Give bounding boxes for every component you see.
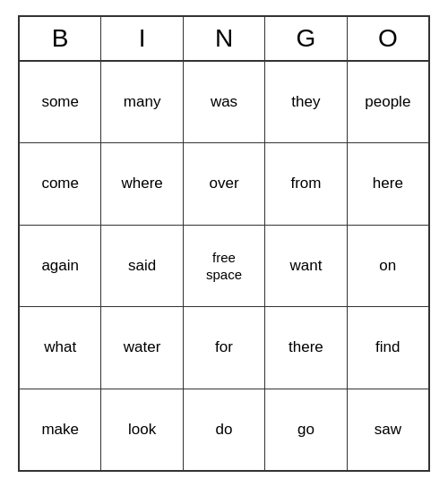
- bingo-cell: was: [184, 62, 265, 142]
- bingo-cell: saw: [348, 389, 428, 470]
- bingo-cell: find: [348, 307, 428, 388]
- bingo-cell: over: [184, 143, 265, 224]
- header-letter: I: [101, 17, 183, 60]
- bingo-cell: again: [20, 226, 101, 306]
- bingo-cell: want: [265, 226, 347, 306]
- bingo-card: BINGO somemanywastheypeoplecomewhereover…: [18, 15, 430, 472]
- bingo-cell: there: [265, 307, 347, 388]
- bingo-row: makelookdogosaw: [20, 389, 428, 470]
- bingo-cell: from: [265, 143, 347, 224]
- header-letter: N: [184, 17, 265, 60]
- bingo-cell: look: [101, 389, 183, 470]
- bingo-row: somemanywastheypeople: [20, 62, 428, 143]
- bingo-cell: do: [184, 389, 265, 470]
- bingo-cell: what: [20, 307, 101, 388]
- bingo-row: comewhereoverfromhere: [20, 143, 428, 225]
- bingo-cell: said: [101, 226, 183, 306]
- bingo-cell: water: [101, 307, 183, 388]
- bingo-body: somemanywastheypeoplecomewhereoverfromhe…: [20, 62, 428, 470]
- bingo-cell: people: [348, 62, 428, 142]
- bingo-cell: make: [20, 389, 101, 470]
- bingo-cell: where: [101, 143, 183, 224]
- bingo-cell: they: [265, 62, 347, 142]
- header-letter: O: [348, 17, 428, 60]
- bingo-header: BINGO: [20, 17, 428, 62]
- bingo-cell: freespace: [184, 226, 265, 306]
- header-letter: G: [265, 17, 347, 60]
- bingo-cell: on: [348, 226, 428, 306]
- bingo-cell: many: [101, 62, 183, 142]
- bingo-cell: go: [265, 389, 347, 470]
- bingo-row: whatwaterfortherefind: [20, 307, 428, 389]
- bingo-cell: some: [20, 62, 101, 142]
- bingo-cell: here: [348, 143, 428, 224]
- bingo-row: againsaidfreespacewanton: [20, 226, 428, 307]
- bingo-cell: for: [184, 307, 265, 388]
- header-letter: B: [20, 17, 101, 60]
- bingo-cell: come: [20, 143, 101, 224]
